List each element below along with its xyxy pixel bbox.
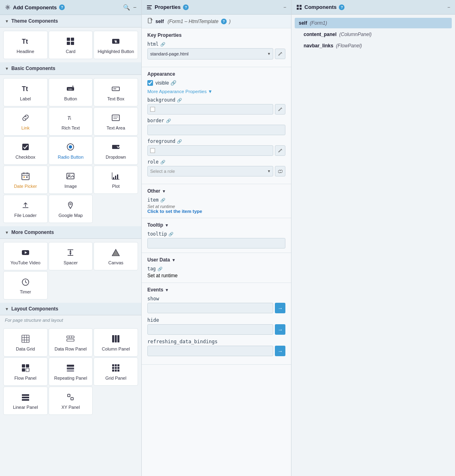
properties-minimize-icon[interactable]: − — [283, 4, 286, 10]
minimize-icon[interactable]: − — [133, 4, 136, 11]
role-link-button[interactable] — [275, 166, 285, 176]
component-google-map[interactable]: Google Map — [49, 195, 93, 223]
component-image[interactable]: Image — [49, 166, 93, 194]
component-column-panel[interactable]: Column Panel — [94, 328, 138, 357]
tag-label: tag 🔗 — [147, 266, 285, 272]
background-text: background — [147, 97, 175, 103]
component-link[interactable]: Link — [3, 107, 48, 136]
role-link-icon[interactable]: 🔗 — [160, 160, 165, 164]
radio-button-icon — [65, 141, 76, 153]
tree-item-navbar-links[interactable]: navbar_links (FlowPanel) — [295, 40, 452, 51]
component-highlighted-button[interactable]: Highlighted Button — [94, 31, 138, 59]
component-text-box[interactable]: Text Box — [94, 78, 138, 106]
html-edit-button[interactable] — [275, 49, 285, 59]
component-button[interactable]: btn Button — [49, 78, 93, 106]
component-linear-panel[interactable]: Linear Panel — [3, 387, 48, 415]
svg-rect-44 — [22, 335, 29, 342]
svg-rect-55 — [117, 335, 119, 342]
background-edit-button[interactable] — [275, 104, 285, 115]
item-label: item 🔗 — [147, 197, 285, 203]
component-flow-panel[interactable]: Flow Panel — [3, 357, 48, 386]
refreshing-event-input[interactable] — [147, 346, 273, 356]
visible-text: visible — [155, 80, 169, 86]
tooltip-link-icon[interactable]: 🔗 — [168, 232, 173, 236]
add-components-help[interactable]: ? — [59, 4, 65, 10]
component-label[interactable]: Tt Label — [3, 78, 48, 106]
svg-text:Tt: Tt — [22, 85, 28, 92]
theme-chevron-icon: ▼ — [5, 19, 9, 23]
border-input[interactable] — [147, 125, 285, 135]
item-click-hint[interactable]: Click to set the item type — [147, 209, 285, 214]
properties-help[interactable]: ? — [183, 4, 189, 10]
item-link-icon[interactable]: 🔗 — [160, 198, 165, 202]
show-event-input[interactable] — [147, 303, 273, 313]
role-select[interactable]: Select a role — [147, 166, 273, 176]
component-checkbox[interactable]: Checkbox — [3, 136, 48, 165]
hide-event-button[interactable]: → — [275, 324, 285, 335]
events-header[interactable]: Events ▼ — [147, 287, 285, 293]
refreshing-event-button[interactable]: → — [275, 346, 285, 356]
component-radio-button[interactable]: Radio Button — [49, 136, 93, 165]
visible-checkbox[interactable] — [147, 80, 153, 86]
component-xy-panel[interactable]: XY Panel — [49, 387, 93, 415]
component-plot[interactable]: Plot — [94, 166, 138, 194]
tag-label-text: tag — [147, 266, 156, 272]
html-select[interactable]: standard-page.html — [147, 48, 273, 60]
svg-rect-69 — [112, 370, 114, 372]
foreground-link-icon[interactable]: 🔗 — [177, 139, 182, 144]
component-youtube[interactable]: YouTube Video — [3, 242, 48, 270]
text-box-label: Text Box — [107, 96, 124, 102]
other-header[interactable]: Other ▼ — [147, 188, 285, 194]
user-data-header[interactable]: User Data ▼ — [147, 257, 285, 263]
self-help[interactable]: ? — [221, 19, 227, 24]
tooltip-input[interactable] — [147, 238, 285, 249]
border-text: border — [147, 118, 164, 123]
hide-event-input[interactable] — [147, 324, 273, 335]
component-timer[interactable]: Timer — [3, 271, 48, 300]
html-link-icon[interactable]: 🔗 — [160, 42, 165, 47]
left-panel: Add Components ? 🔍 − ▼ Theme Components … — [0, 0, 142, 476]
linear-panel-icon — [20, 391, 31, 403]
border-row: border 🔗 — [147, 118, 285, 135]
more-appearance-button[interactable]: More Appearance Properties ▼ — [147, 89, 285, 94]
foreground-row: foreground 🔗 — [147, 138, 285, 156]
components-help[interactable]: ? — [339, 4, 344, 10]
tree-item-self[interactable]: self (Form1) — [295, 18, 452, 28]
component-file-loader[interactable]: File Loader — [3, 195, 48, 223]
component-data-row-panel[interactable]: Data Row Panel — [49, 328, 93, 357]
layout-hint: For page structure and layout — [0, 315, 141, 325]
more-chevron-icon: ▼ — [5, 230, 9, 235]
components-minimize-icon[interactable]: − — [447, 4, 450, 10]
search-icon[interactable]: 🔍 — [123, 4, 130, 11]
foreground-edit-button[interactable] — [275, 145, 285, 156]
theme-components-header[interactable]: ▼ Theme Components — [0, 15, 141, 28]
component-rich-text[interactable]: Tt Rich Text — [49, 107, 93, 136]
properties-panel: Properties ? − self (Form1 – HtmlTemplat… — [142, 0, 291, 476]
component-dropdown[interactable]: Dropdown — [94, 136, 138, 165]
component-spacer[interactable]: Spacer — [49, 242, 93, 270]
svg-rect-59 — [26, 368, 29, 372]
svg-rect-54 — [115, 335, 117, 342]
component-card[interactable]: Card — [49, 31, 93, 59]
component-date-picker[interactable]: Date Picker — [3, 166, 48, 194]
tree-item-content-panel[interactable]: content_panel (ColumnPanel) — [295, 29, 452, 40]
component-text-area[interactable]: Text Area — [94, 107, 138, 136]
more-components-grid: YouTube Video Spacer Canvas — [0, 239, 141, 303]
visible-link-icon[interactable]: 🔗 — [170, 80, 176, 86]
tooltip-header[interactable]: Tooltip ▼ — [147, 222, 285, 228]
text-area-icon — [110, 112, 121, 123]
component-grid-panel[interactable]: Grid Panel — [94, 357, 138, 386]
border-link-icon[interactable]: 🔗 — [166, 119, 171, 123]
background-link-icon[interactable]: 🔗 — [177, 98, 182, 102]
basic-components-header[interactable]: ▼ Basic Components — [0, 62, 141, 75]
more-components-header[interactable]: ▼ More Components — [0, 226, 141, 239]
component-headline[interactable]: Tt Headline — [3, 31, 48, 59]
component-canvas[interactable]: Canvas — [94, 242, 138, 270]
svg-rect-84 — [297, 5, 299, 7]
layout-components-header[interactable]: ▼ Layout Components — [0, 303, 141, 315]
show-event-button[interactable]: → — [275, 303, 285, 313]
tag-link-icon[interactable]: 🔗 — [157, 267, 162, 271]
component-data-grid[interactable]: Data Grid — [3, 328, 48, 357]
key-properties-title: Key Properties — [147, 32, 285, 38]
component-repeating-panel[interactable]: Repeating Panel — [49, 357, 93, 386]
